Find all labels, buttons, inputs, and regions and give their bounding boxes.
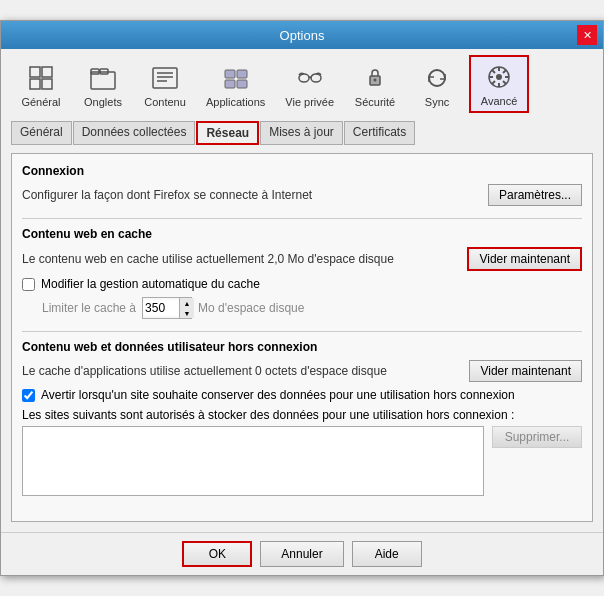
toolbar-general-label: Général (21, 96, 60, 108)
options-window: Options ✕ Général (0, 20, 604, 576)
toolbar-tabs[interactable]: Onglets (73, 57, 133, 113)
spinner-arrows: ▲ ▼ (179, 298, 194, 318)
spinner-down[interactable]: ▼ (180, 308, 194, 318)
cache-web-section: Contenu web en cache Le contenu web en c… (22, 227, 582, 319)
svg-rect-13 (225, 80, 235, 88)
toolbar-security-label: Sécurité (355, 96, 395, 108)
svg-point-18 (374, 79, 377, 82)
divider-2 (22, 331, 582, 332)
toolbar: Général Onglets C (1, 49, 603, 113)
svg-rect-12 (237, 70, 247, 78)
security-icon (359, 62, 391, 94)
ok-button[interactable]: OK (182, 541, 252, 567)
sites-textarea[interactable] (22, 426, 484, 496)
cache-web-description: Le contenu web en cache utilise actuelle… (22, 252, 467, 266)
help-button[interactable]: Aide (352, 541, 422, 567)
params-button[interactable]: Paramètres... (488, 184, 582, 206)
cache-checkbox-label: Modifier la gestion automatique du cache (41, 277, 260, 291)
toolbar-sync-label: Sync (425, 96, 449, 108)
tab-donnees[interactable]: Données collectées (73, 121, 196, 145)
delete-button[interactable]: Supprimer... (492, 426, 582, 448)
connection-row: Configurer la façon dont Firefox se conn… (22, 184, 582, 206)
advanced-icon (483, 61, 515, 93)
main-panel: Connexion Configurer la façon dont Firef… (11, 153, 593, 522)
offline-row: Le cache d'applications utilise actuelle… (22, 360, 582, 382)
tab-mises[interactable]: Mises à jour (260, 121, 343, 145)
toolbar-general[interactable]: Général (11, 57, 71, 113)
cache-checkbox[interactable] (22, 278, 35, 291)
svg-line-25 (492, 70, 495, 73)
tab-certificats[interactable]: Certificats (344, 121, 415, 145)
applications-icon (220, 62, 252, 94)
spinner-up[interactable]: ▲ (180, 298, 194, 308)
content-icon (149, 62, 181, 94)
tab-general[interactable]: Général (11, 121, 72, 145)
toolbar-content[interactable]: Contenu (135, 57, 195, 113)
warn-checkbox-label: Avertir lorsqu'un site souhaite conserve… (41, 388, 515, 402)
toolbar-advanced[interactable]: Avancé (469, 55, 529, 113)
toolbar-advanced-label: Avancé (481, 95, 518, 107)
svg-line-27 (503, 70, 506, 73)
limit-unit: Mo d'espace disque (198, 301, 304, 315)
sites-btn-container: Supprimer... (492, 426, 582, 448)
offline-title: Contenu web et données utilisateur hors … (22, 340, 582, 354)
title-bar: Options ✕ (1, 21, 603, 49)
connection-title: Connexion (22, 164, 582, 178)
svg-rect-0 (30, 67, 40, 77)
general-icon (25, 62, 57, 94)
sync-icon (421, 62, 453, 94)
toolbar-applications-label: Applications (206, 96, 265, 108)
content-area: Général Données collectées Réseau Mises … (1, 113, 603, 532)
sites-row: Supprimer... (22, 426, 582, 499)
sites-textarea-container (22, 426, 484, 499)
privacy-icon (294, 62, 326, 94)
svg-point-15 (299, 74, 309, 82)
svg-rect-3 (42, 79, 52, 89)
toolbar-privacy-label: Vie privée (285, 96, 334, 108)
limit-label: Limiter le cache à (42, 301, 136, 315)
svg-point-20 (496, 74, 502, 80)
svg-rect-2 (30, 79, 40, 89)
warn-checkbox[interactable] (22, 389, 35, 402)
svg-rect-11 (225, 70, 235, 78)
toolbar-privacy[interactable]: Vie privée (276, 57, 343, 113)
clear-offline-button[interactable]: Vider maintenant (469, 360, 582, 382)
connection-section: Connexion Configurer la façon dont Firef… (22, 164, 582, 206)
tab-reseau[interactable]: Réseau (196, 121, 259, 145)
cache-web-title: Contenu web en cache (22, 227, 582, 241)
svg-rect-7 (153, 68, 177, 88)
close-button[interactable]: ✕ (577, 25, 597, 45)
cache-limit-row: Limiter le cache à ▲ ▼ Mo d'espace disqu… (42, 297, 582, 319)
tabs-icon (87, 62, 119, 94)
cache-checkbox-row: Modifier la gestion automatique du cache (22, 277, 582, 291)
toolbar-content-label: Contenu (144, 96, 186, 108)
svg-line-26 (503, 81, 506, 84)
cache-web-row: Le contenu web en cache utilise actuelle… (22, 247, 582, 271)
divider-1 (22, 218, 582, 219)
toolbar-applications[interactable]: Applications (197, 57, 274, 113)
warn-checkbox-row: Avertir lorsqu'un site souhaite conserve… (22, 388, 582, 402)
tabs-bar: Général Données collectées Réseau Mises … (11, 121, 593, 145)
connection-description: Configurer la façon dont Firefox se conn… (22, 188, 488, 202)
offline-description: Le cache d'applications utilise actuelle… (22, 364, 469, 378)
cancel-button[interactable]: Annuler (260, 541, 343, 567)
bottom-bar: OK Annuler Aide (1, 532, 603, 575)
toolbar-sync[interactable]: Sync (407, 57, 467, 113)
svg-rect-1 (42, 67, 52, 77)
cache-value-input[interactable] (143, 300, 179, 316)
toolbar-tabs-label: Onglets (84, 96, 122, 108)
window-title: Options (27, 28, 577, 43)
sites-label: Les sites suivants sont autorisés à stoc… (22, 408, 514, 422)
offline-section: Contenu web et données utilisateur hors … (22, 340, 582, 499)
clear-cache-web-button[interactable]: Vider maintenant (467, 247, 582, 271)
toolbar-security[interactable]: Sécurité (345, 57, 405, 113)
svg-rect-14 (237, 80, 247, 88)
svg-line-28 (492, 81, 495, 84)
cache-spinner[interactable]: ▲ ▼ (142, 297, 192, 319)
svg-point-16 (311, 74, 321, 82)
